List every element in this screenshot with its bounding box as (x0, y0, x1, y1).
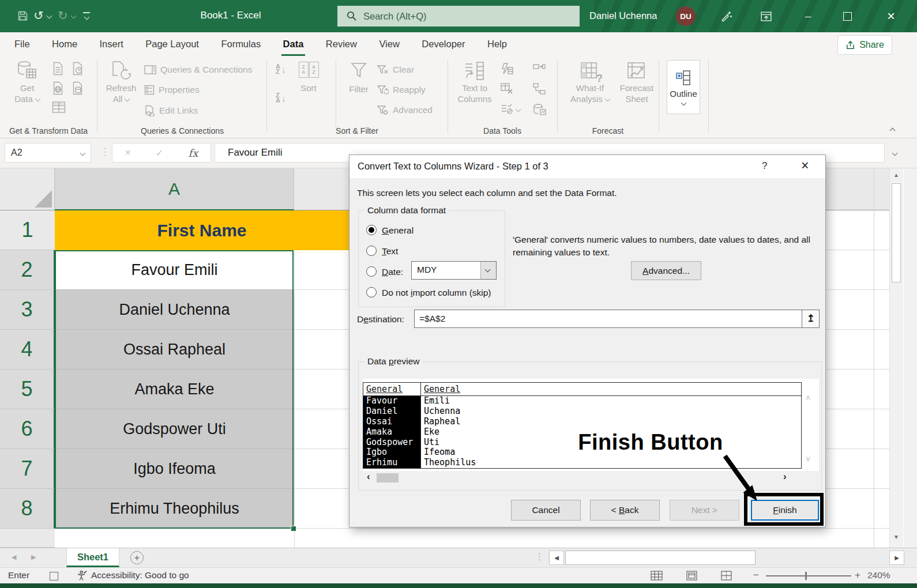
row-header-7[interactable]: 7 (0, 449, 55, 489)
destination-field[interactable]: =$A$2 (414, 310, 802, 328)
accessibility-status[interactable]: Accessibility: Good to go (91, 570, 189, 581)
qat-customize-chevron-icon[interactable] (84, 14, 90, 20)
preview-scroll-left-icon[interactable]: ‹ (367, 471, 370, 483)
cell-a8[interactable]: Erhimu Theophilus (55, 489, 294, 529)
column-data-format-label: Column data format (364, 205, 449, 216)
undo-dropdown-icon[interactable] (47, 13, 52, 19)
zoom-level[interactable]: 240% (867, 570, 890, 581)
insert-function-icon[interactable]: fx (189, 147, 198, 159)
row-header-5[interactable]: 5 (0, 370, 55, 409)
sheet-nav-left-icon[interactable]: ◀ (12, 553, 16, 561)
scroll-down-icon[interactable]: ▼ (893, 534, 899, 540)
ribbon-display-options-icon[interactable] (760, 10, 772, 22)
preview-hscroll-thumb[interactable] (377, 473, 399, 483)
name-box[interactable]: A2 (5, 143, 91, 163)
cell-a2-active[interactable]: Favour Emili (55, 250, 294, 290)
row-header-4[interactable]: 4 (0, 330, 55, 370)
normal-view-icon[interactable] (651, 571, 663, 581)
avatar[interactable]: DU (676, 6, 696, 26)
date-format-combobox[interactable]: MDY (411, 261, 497, 280)
tab-insert[interactable]: Insert (90, 32, 133, 56)
zoom-slider-track[interactable] (766, 575, 851, 576)
hscroll-left-icon[interactable]: ◀ (549, 551, 564, 565)
combobox-dropdown[interactable] (480, 262, 496, 279)
vertical-scroll-thumb[interactable] (892, 183, 901, 282)
zoom-out-button[interactable]: − (753, 570, 759, 581)
row-header-3[interactable]: 3 (0, 290, 55, 330)
sheet-tab-sheet1[interactable]: Sheet1 (66, 548, 119, 567)
horizontal-scroll-thumb[interactable] (565, 551, 756, 565)
minimize-button[interactable]: ─ (795, 0, 821, 32)
preview-column-1-selected[interactable]: FavourDanielOssaiAmakaGodspowerIgboErhim… (363, 396, 420, 468)
collapse-dialog-button[interactable]: ↥ (802, 310, 820, 328)
row-header-8[interactable]: 8 (0, 489, 55, 529)
back-button[interactable]: < Back (590, 500, 660, 521)
tab-review[interactable]: Review (316, 32, 367, 56)
tab-developer[interactable]: Developer (412, 32, 475, 56)
undo-button[interactable]: ↺ (33, 9, 44, 21)
expand-formula-bar-icon[interactable] (892, 150, 898, 156)
tab-file[interactable]: File (5, 32, 40, 56)
name-box-dropdown-icon[interactable] (80, 150, 86, 156)
qat-customize-icon[interactable] (83, 12, 90, 13)
new-sheet-button[interactable]: + (130, 551, 144, 564)
radio-date[interactable] (366, 266, 377, 277)
cancel-button[interactable]: Cancel (511, 500, 581, 521)
row-header-6[interactable]: 6 (0, 409, 55, 449)
cell-a6[interactable]: Godspower Uti (55, 409, 294, 449)
close-button[interactable]: × (878, 0, 904, 32)
cell-a4[interactable]: Ossai Rapheal (55, 330, 294, 370)
preview-scroll-up-icon[interactable]: ∧ (805, 393, 811, 402)
finish-button[interactable]: Finish (751, 500, 819, 521)
zoom-slider-thumb[interactable] (805, 572, 807, 580)
search-input[interactable]: Search (Alt+Q) (337, 6, 580, 27)
cell-a7[interactable]: Igbo Ifeoma (55, 449, 294, 489)
preview-scroll-right-icon[interactable]: › (783, 471, 787, 483)
scroll-up-icon[interactable]: ▲ (893, 172, 899, 178)
cell-a3[interactable]: Daniel Uchenna (55, 290, 294, 330)
fill-handle[interactable] (291, 526, 296, 532)
radio-text[interactable] (366, 246, 377, 256)
page-break-preview-icon[interactable] (721, 571, 732, 581)
zoom-in-button[interactable]: + (855, 570, 860, 581)
preview-header-col2[interactable]: General (424, 384, 460, 394)
tab-formulas[interactable]: Formulas (211, 32, 270, 56)
row-header-2[interactable]: 2 (0, 250, 55, 290)
column-header-a[interactable]: A (55, 168, 294, 210)
radio-skip[interactable] (366, 287, 377, 297)
select-all-corner[interactable] (0, 168, 55, 210)
save-icon[interactable] (17, 10, 28, 21)
row-header-1[interactable]: 1 (0, 210, 55, 250)
whats-new-icon[interactable] (720, 10, 732, 22)
tab-help[interactable]: Help (478, 32, 517, 56)
hscroll-right-icon[interactable]: ▶ (889, 551, 904, 565)
cell-a5[interactable]: Amaka Eke (55, 370, 294, 409)
advanced-button[interactable]: Advanced... (631, 261, 701, 280)
user-name[interactable]: Daniel Uchenna (589, 10, 657, 21)
share-button[interactable]: Share (837, 35, 892, 55)
macro-record-button[interactable] (50, 572, 58, 581)
cell-a1[interactable]: First Name (55, 210, 349, 250)
tab-view[interactable]: View (369, 32, 409, 56)
outline-button[interactable]: Outline (667, 60, 700, 114)
sheet-nav-right-icon[interactable]: ▶ (31, 553, 36, 561)
row-header-partial[interactable] (0, 529, 55, 548)
group-label-queries: Queries & Connections (98, 126, 266, 135)
date-format-value: MDY (417, 265, 437, 275)
tab-page-layout[interactable]: Page Layout (136, 32, 209, 56)
dialog-close-icon[interactable]: × (801, 158, 809, 174)
radio-general[interactable] (366, 225, 377, 235)
tab-data[interactable]: Data (273, 32, 314, 56)
dialog-help-button[interactable]: ? (762, 160, 767, 172)
redo-dropdown-icon[interactable] (71, 13, 77, 19)
from-table-range-icon (52, 101, 66, 114)
preview-scroll-down-icon[interactable]: ∨ (805, 454, 811, 463)
vertical-scrollbar[interactable]: ▲ ▼ (889, 168, 903, 548)
page-layout-view-icon[interactable] (686, 571, 697, 581)
redo-button[interactable]: ↻ (58, 9, 68, 21)
collapse-ribbon-icon[interactable] (890, 128, 896, 134)
preview-header-col1[interactable]: General (366, 384, 403, 394)
preview-column-2[interactable]: EmiliUchennaRaphealEkeUtiIfeomaTheophilu… (424, 396, 476, 468)
tab-home[interactable]: Home (42, 32, 87, 56)
maximize-button[interactable] (834, 0, 860, 32)
